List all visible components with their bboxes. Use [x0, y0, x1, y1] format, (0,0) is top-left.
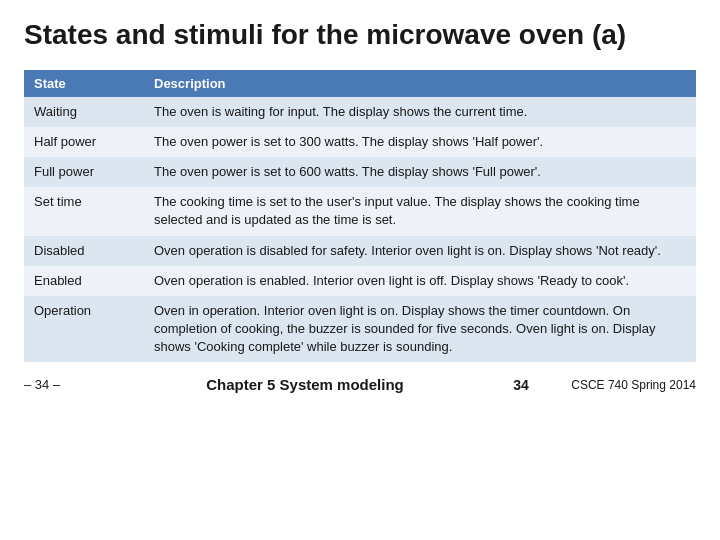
cell-state: Operation: [24, 296, 144, 363]
states-table: State Description WaitingThe oven is wai…: [24, 70, 696, 363]
cell-description: Oven operation is enabled. Interior oven…: [144, 266, 696, 296]
cell-description: Oven in operation. Interior oven light i…: [144, 296, 696, 363]
col-header-state: State: [24, 70, 144, 97]
page-title: States and stimuli for the microwave ove…: [24, 18, 696, 52]
table-row: Set timeThe cooking time is set to the u…: [24, 187, 696, 235]
cell-description: The oven power is set to 600 watts. The …: [144, 157, 696, 187]
col-header-description: Description: [144, 70, 696, 97]
table-row: EnabledOven operation is enabled. Interi…: [24, 266, 696, 296]
footer: – 34 – Chapter 5 System modeling 34 CSCE…: [24, 376, 696, 393]
cell-state: Enabled: [24, 266, 144, 296]
table-row: WaitingThe oven is waiting for input. Th…: [24, 97, 696, 127]
cell-description: Oven operation is disabled for safety. I…: [144, 236, 696, 266]
table-row: DisabledOven operation is disabled for s…: [24, 236, 696, 266]
table-row: Full powerThe oven power is set to 600 w…: [24, 157, 696, 187]
cell-state: Waiting: [24, 97, 144, 127]
cell-state: Half power: [24, 127, 144, 157]
cell-state: Disabled: [24, 236, 144, 266]
cell-description: The oven power is set to 300 watts. The …: [144, 127, 696, 157]
table-row: OperationOven in operation. Interior ove…: [24, 296, 696, 363]
footer-left: – 34 –: [24, 377, 104, 392]
cell-state: Full power: [24, 157, 144, 187]
footer-right: CSCE 740 Spring 2014: [536, 378, 696, 392]
cell-description: The oven is waiting for input. The displ…: [144, 97, 696, 127]
table-row: Half powerThe oven power is set to 300 w…: [24, 127, 696, 157]
cell-description: The cooking time is set to the user's in…: [144, 187, 696, 235]
footer-center: Chapter 5 System modeling: [104, 376, 506, 393]
cell-state: Set time: [24, 187, 144, 235]
footer-page: 34: [506, 377, 536, 393]
